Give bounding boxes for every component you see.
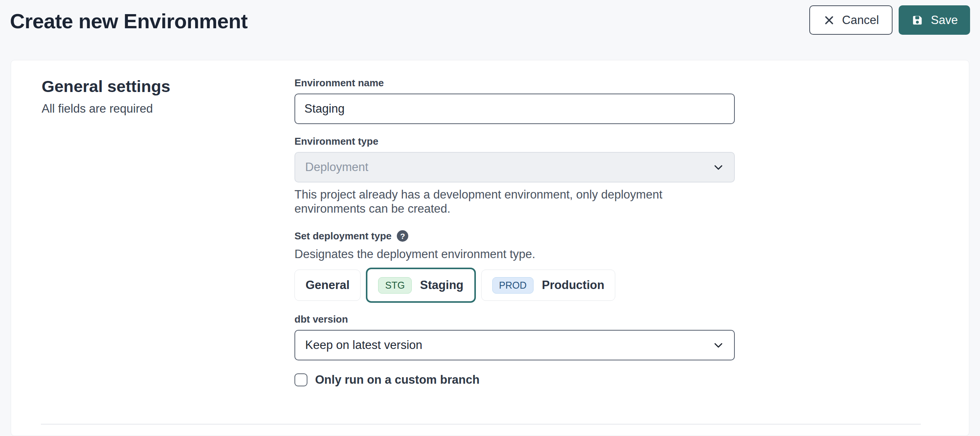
dbt-version-value: Keep on latest version xyxy=(305,338,422,352)
custom-branch-checkbox[interactable] xyxy=(294,373,307,386)
help-icon[interactable]: ? xyxy=(397,230,408,242)
section-divider xyxy=(41,424,921,425)
deployment-type-label: Set deployment type xyxy=(294,230,391,242)
header-actions: Cancel Save xyxy=(809,5,970,35)
chevron-down-icon xyxy=(713,161,724,173)
option-production-label: Production xyxy=(542,278,605,292)
deployment-type-option-general[interactable]: General xyxy=(294,270,361,301)
save-button[interactable]: Save xyxy=(899,5,970,35)
environment-form: Environment name Environment type Deploy… xyxy=(294,77,735,436)
section-intro: General settings All fields are required xyxy=(42,77,294,436)
deployment-type-option-staging[interactable]: STG Staging xyxy=(366,268,475,303)
page-title: Create new Environment xyxy=(10,9,247,33)
staging-badge: STG xyxy=(378,277,411,294)
environment-type-label: Environment type xyxy=(294,136,735,147)
dbt-version-label: dbt version xyxy=(294,313,735,325)
section-heading: General settings xyxy=(42,77,294,96)
general-settings-card: General settings All fields are required… xyxy=(11,60,969,436)
custom-branch-label: Only run on a custom branch xyxy=(315,373,480,387)
cancel-button-label: Cancel xyxy=(842,13,879,27)
environment-type-select[interactable]: Deployment xyxy=(294,152,735,182)
environment-type-helper: This project already has a development e… xyxy=(294,187,735,216)
save-button-label: Save xyxy=(931,13,958,27)
cancel-button[interactable]: Cancel xyxy=(809,5,893,35)
dbt-version-select[interactable]: Keep on latest version xyxy=(294,330,735,360)
production-badge: PROD xyxy=(492,277,534,294)
save-icon xyxy=(911,14,924,27)
chevron-down-icon xyxy=(713,339,724,351)
section-subheading: All fields are required xyxy=(42,102,294,116)
deployment-type-description: Designates the deployment environment ty… xyxy=(294,247,735,261)
environment-name-input[interactable] xyxy=(294,94,735,124)
environment-type-value: Deployment xyxy=(305,160,368,174)
deployment-type-option-production[interactable]: PROD Production xyxy=(481,270,616,301)
close-icon xyxy=(823,14,835,26)
environment-name-label: Environment name xyxy=(294,77,735,89)
option-general-label: General xyxy=(306,278,349,292)
deployment-type-options: General STG Staging PROD Production xyxy=(294,268,735,303)
page-header: Create new Environment Cancel Save xyxy=(0,0,980,60)
deployment-type-label-row: Set deployment type ? xyxy=(294,230,735,242)
option-staging-label: Staging xyxy=(420,278,464,292)
custom-branch-row: Only run on a custom branch xyxy=(294,373,735,387)
